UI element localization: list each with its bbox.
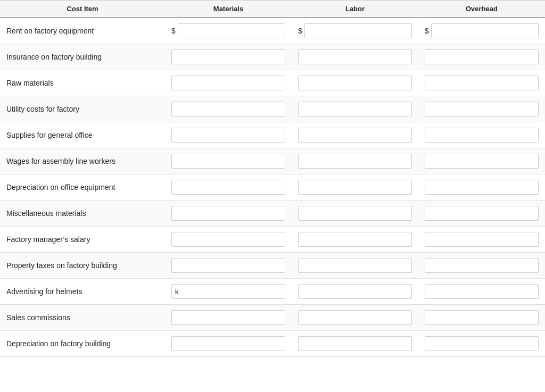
row-7-materials-cell [165, 201, 292, 227]
col-header-overhead: Overhead [418, 1, 545, 18]
row-8-labor-input[interactable] [298, 232, 412, 247]
row-7-labor-cell [292, 201, 418, 227]
row-6-materials-input[interactable] [171, 180, 285, 195]
row-11-overhead-input[interactable] [425, 310, 539, 325]
row-0-labor-cell: $ [292, 18, 418, 44]
row-1-labor-input[interactable] [298, 49, 412, 64]
row-4-label: Supplies for general office [0, 122, 165, 148]
dollar-sign-materials: $ [171, 27, 176, 35]
row-10-label: Advertising for helmets [0, 279, 165, 305]
row-3-materials-cell [165, 96, 292, 122]
row-3-overhead-input[interactable] [425, 102, 539, 116]
row-10-materials-cell [165, 279, 292, 305]
row-6-labor-cell [292, 174, 418, 201]
row-10-materials-input[interactable] [171, 284, 285, 299]
dollar-sign-overhead: $ [425, 27, 429, 35]
table-row: Utility costs for factory [0, 96, 545, 122]
row-2-overhead-input[interactable] [425, 76, 539, 90]
row-5-overhead-cell [418, 148, 545, 174]
dollar-sign-labor: $ [298, 27, 302, 35]
table-row: Miscellaneous materials [0, 201, 545, 227]
row-1-overhead-input[interactable] [425, 49, 539, 64]
row-7-labor-input[interactable] [298, 206, 412, 221]
row-2-label: Raw materials [0, 70, 165, 96]
table-row: Property taxes on factory building [0, 253, 545, 279]
row-0-labor-input[interactable] [304, 23, 412, 38]
row-3-label: Utility costs for factory [0, 96, 165, 122]
row-10-labor-cell [292, 279, 418, 305]
row-12-materials-input[interactable] [171, 336, 285, 351]
row-7-label: Miscellaneous materials [0, 201, 165, 227]
row-9-overhead-input[interactable] [425, 258, 539, 273]
row-12-labor-cell [292, 331, 418, 357]
row-5-overhead-input[interactable] [425, 154, 539, 169]
row-3-labor-input[interactable] [298, 102, 412, 116]
row-4-labor-input[interactable] [298, 128, 412, 143]
col-header-labor: Labor [292, 1, 418, 18]
col-header-materials: Materials [165, 1, 292, 18]
row-7-overhead-cell [418, 201, 545, 227]
row-2-labor-input[interactable] [298, 76, 412, 90]
row-10-labor-input[interactable] [298, 284, 412, 299]
row-12-overhead-cell [418, 331, 545, 357]
row-0-overhead-cell: $ [418, 18, 545, 44]
row-11-labor-input[interactable] [298, 310, 412, 325]
row-6-overhead-cell [418, 174, 545, 201]
table-header-row: Cost Item Materials Labor Overhead [0, 1, 545, 18]
row-4-materials-cell [165, 122, 292, 148]
row-6-labor-input[interactable] [298, 180, 412, 195]
col-header-cost-item: Cost Item [0, 1, 165, 18]
table-row: Wages for assembly line workers [0, 148, 545, 174]
table-row: Sales commissions [0, 305, 545, 331]
row-9-overhead-cell [418, 253, 545, 279]
row-0-materials-cell: $ [165, 18, 292, 44]
row-6-overhead-input[interactable] [425, 180, 539, 195]
row-0-overhead-input[interactable] [431, 23, 539, 38]
row-11-overhead-cell [418, 305, 545, 331]
row-6-label: Depreciation on office equipment [0, 174, 165, 201]
row-5-labor-input[interactable] [298, 154, 412, 169]
row-4-materials-input[interactable] [171, 128, 285, 143]
row-7-materials-input[interactable] [171, 206, 285, 221]
row-9-labor-input[interactable] [298, 258, 412, 273]
row-9-label: Property taxes on factory building [0, 253, 165, 279]
row-11-label: Sales commissions [0, 305, 165, 331]
row-4-overhead-input[interactable] [425, 128, 539, 143]
table-row: Supplies for general office [0, 122, 545, 148]
row-10-overhead-cell [418, 279, 545, 305]
row-0-materials-input[interactable] [178, 23, 285, 38]
row-1-label: Insurance on factory building [0, 44, 165, 70]
row-7-overhead-input[interactable] [425, 206, 539, 221]
row-12-overhead-input[interactable] [425, 336, 539, 351]
row-5-materials-input[interactable] [171, 154, 285, 169]
row-5-materials-cell [165, 148, 292, 174]
row-8-labor-cell [292, 227, 418, 253]
table-row: Depreciation on office equipment [0, 174, 545, 201]
row-8-overhead-cell [418, 227, 545, 253]
row-0-label: Rent on factory equipment [0, 18, 165, 44]
row-2-materials-input[interactable] [171, 76, 285, 90]
row-8-materials-input[interactable] [171, 232, 285, 247]
row-8-label: Factory manager’s salary [0, 227, 165, 253]
table-row: Raw materials [0, 70, 545, 96]
row-12-materials-cell [165, 331, 292, 357]
row-4-overhead-cell [418, 122, 545, 148]
row-2-labor-cell [292, 70, 418, 96]
row-12-label: Depreciation on factory building [0, 331, 165, 357]
row-4-labor-cell [292, 122, 418, 148]
row-1-materials-input[interactable] [171, 49, 285, 64]
cost-classification-table: Cost Item Materials Labor Overhead Rent … [0, 0, 545, 357]
row-5-label: Wages for assembly line workers [0, 148, 165, 174]
row-9-materials-cell [165, 253, 292, 279]
row-8-overhead-input[interactable] [425, 232, 539, 247]
row-9-materials-input[interactable] [171, 258, 285, 273]
row-11-materials-cell [165, 305, 292, 331]
row-3-materials-input[interactable] [171, 102, 285, 116]
row-5-labor-cell [292, 148, 418, 174]
table-row: Depreciation on factory building [0, 331, 545, 357]
row-11-labor-cell [292, 305, 418, 331]
row-11-materials-input[interactable] [171, 310, 285, 325]
table-row: Advertising for helmets [0, 279, 545, 305]
row-12-labor-input[interactable] [298, 336, 412, 351]
row-10-overhead-input[interactable] [425, 284, 539, 299]
